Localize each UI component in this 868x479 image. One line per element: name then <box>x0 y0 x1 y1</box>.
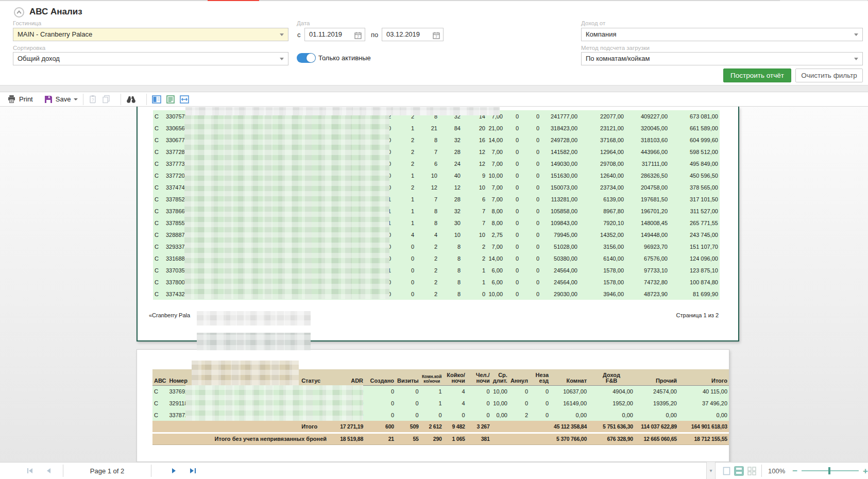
sort-select[interactable]: Общий доход <box>13 52 288 65</box>
zoom-slider-handle[interactable] <box>828 467 830 474</box>
printer-icon <box>7 95 16 104</box>
last-page-button[interactable] <box>186 465 199 477</box>
zoom-in-button[interactable]: + <box>863 467 868 475</box>
cell-fb: 4904,00 <box>588 385 635 397</box>
cell-rooms: 109843,00 <box>541 217 579 229</box>
next-page-button[interactable] <box>168 465 180 477</box>
cell-cancel: 0 <box>504 146 520 158</box>
cell-bnights: 0 <box>444 409 467 421</box>
date-to-input[interactable]: 03.12.2019 7 <box>382 28 444 41</box>
cell-noshow: 0 <box>530 385 550 397</box>
previous-page-button[interactable] <box>42 465 55 477</box>
zoom-out-button[interactable]: − <box>792 467 797 475</box>
print-button[interactable]: Print <box>7 95 33 104</box>
cell-cancel: Аннул <box>509 369 530 385</box>
cell-rnights: Комн.кой ко/ночи <box>420 369 444 385</box>
cell-avglen: Ср. длит. <box>491 369 509 385</box>
totals-row: Итого без учета непривязанных броней18 5… <box>152 433 729 444</box>
cell-other: 196701,20 <box>625 205 669 217</box>
cell-fb: 6140,00 <box>579 252 625 264</box>
cell-pnights: 1 <box>462 264 487 276</box>
cell-pnights: 0 <box>467 385 491 397</box>
cell-rnights: 10 <box>416 169 439 181</box>
calendar-icon[interactable]: 7 <box>354 31 362 43</box>
date-from-input[interactable]: 01.11.2019 7 <box>304 28 365 41</box>
vertical-scrollbar[interactable]: ▾ <box>706 462 716 479</box>
single-page-view-button[interactable] <box>723 467 730 475</box>
build-report-button[interactable]: Построить отчёт <box>723 69 791 82</box>
cell-noshow: 0 <box>520 217 541 229</box>
cell-cancel: 0 <box>504 110 520 122</box>
save-icon <box>44 95 53 104</box>
cell-bnights: 8 <box>439 241 462 252</box>
cell-total: 450 596,50 <box>669 169 720 181</box>
cell-rooms: 151630,00 <box>541 169 579 181</box>
cell-other: 19395,20 <box>635 397 678 409</box>
cell-rnights: 2 <box>416 252 439 264</box>
calendar-icon[interactable]: 7 <box>433 31 440 43</box>
zoom-slider[interactable] <box>802 470 859 471</box>
cell-visits: 0 <box>393 252 416 264</box>
collapse-panel-icon[interactable] <box>13 7 25 18</box>
cell-bnights: 10 <box>439 229 462 241</box>
cell-rooms: 29030,00 <box>541 288 579 300</box>
cell-fb: 14352,00 <box>579 229 625 241</box>
multi-page-view-button[interactable] <box>747 467 756 475</box>
cell-visits: 0 <box>393 276 416 288</box>
cell-rooms: 24564,00 <box>541 264 579 276</box>
cell-bnights: 9 482 <box>444 421 467 433</box>
cell-abc: C <box>153 276 164 288</box>
view-text-button[interactable] <box>166 95 175 104</box>
cell-fb: 29708,00 <box>579 158 625 169</box>
save-dropdown-icon[interactable] <box>74 98 78 100</box>
cell-visits: 0 <box>396 409 420 421</box>
cell-bnights: 12 <box>439 181 462 193</box>
cell-other: 96923,70 <box>625 241 669 252</box>
cell-bnights: Койко/ ночи <box>444 369 467 385</box>
view-fit-width-button[interactable] <box>180 95 189 104</box>
cell-rooms: 10637,00 <box>550 385 588 397</box>
cell-total: 151 107,70 <box>669 241 720 252</box>
cell-noshow: 0 <box>520 181 541 193</box>
cell-rooms: 149030,00 <box>541 158 579 169</box>
cell-abc: C <box>153 158 164 169</box>
load-method-select[interactable]: По комнатам/койкам <box>581 52 863 65</box>
cell-total: 311 527,00 <box>669 205 720 217</box>
view-sidebar-button[interactable] <box>152 95 161 104</box>
report-viewer[interactable]: C3307572OPEN30 222,1322832147,0000241777… <box>0 107 868 462</box>
cell-pnights: 1 <box>462 276 487 288</box>
cell-cancel: 0 <box>509 397 530 409</box>
cell-rnights: 7 <box>416 193 439 205</box>
find-button[interactable] <box>126 95 136 104</box>
cell-abc: C <box>153 252 164 264</box>
only-active-label: Только активные <box>318 54 371 62</box>
save-button[interactable]: Save <box>44 95 78 104</box>
cell-bnights: 30 <box>439 217 462 229</box>
cell-noshow: 0 <box>520 288 541 300</box>
cell-cancel: 0 <box>504 205 520 217</box>
cell-pnights: 12 <box>462 146 487 158</box>
cell-rnights: 2 <box>416 288 439 300</box>
cell-cancel: 0 <box>504 122 520 134</box>
cell-pnights: 16 <box>462 134 487 146</box>
cell-noshow: 0 <box>520 158 541 169</box>
cell-adr: 17 271,19 <box>328 421 365 433</box>
cell-pnights: 10 <box>462 229 487 241</box>
cell-fb: 6139,00 <box>579 193 625 205</box>
cell-fb: 0,00 <box>588 409 635 421</box>
clear-filter-button[interactable]: Очистить фильтр <box>795 69 863 82</box>
only-active-toggle[interactable] <box>297 53 316 63</box>
income-from-select[interactable]: Компания <box>581 28 863 41</box>
cell-abc: C <box>153 134 164 146</box>
cell-pnights: 9 <box>462 169 487 181</box>
scroll-down-icon[interactable]: ▾ <box>707 462 715 479</box>
cell-total: 0,00 <box>678 409 729 421</box>
first-page-button[interactable] <box>24 465 36 477</box>
page-indicator: Page 1 of 2 <box>79 467 135 475</box>
cell-noshow: 0 <box>520 169 541 181</box>
hotel-select[interactable]: MAIN - Cranberry Palace <box>13 28 288 41</box>
cell-name <box>194 421 300 433</box>
cell-avglen: 8,00 <box>487 217 504 229</box>
cell-cancel <box>509 421 530 433</box>
continuous-view-button[interactable] <box>734 466 744 476</box>
